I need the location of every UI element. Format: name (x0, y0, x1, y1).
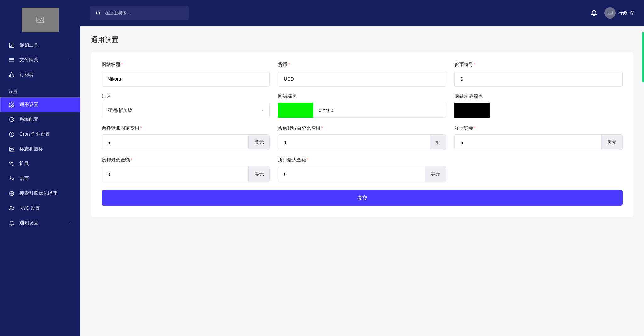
gear-icon (9, 102, 14, 108)
chevron-down-icon (630, 11, 635, 15)
settings-icon (9, 117, 14, 122)
svg-point-16 (631, 11, 634, 15)
language-icon (9, 176, 14, 182)
input-currency[interactable] (278, 71, 446, 87)
field-currency-symbol: 货币符号* (454, 62, 623, 87)
svg-point-14 (96, 11, 100, 14)
sidebar-section-label: 设置 (0, 82, 80, 97)
topbar: 行政 (80, 0, 644, 26)
svg-point-9 (10, 148, 11, 149)
sidebar-item-label: 系统配置 (19, 116, 38, 122)
sidebar: 促销工具 支付网关 订阅者 设置 通用设置 (0, 0, 80, 336)
field-stake-max: 质押最大金额* 美元 (278, 157, 446, 182)
input-site-title[interactable] (102, 71, 270, 87)
submit-button[interactable]: 提交 (102, 190, 623, 206)
sidebar-item-label: 搜索引擎优化经理 (19, 190, 57, 196)
field-site-title: 网站标题* (102, 62, 270, 87)
field-percent-fee: 余额转账百分比费用* % (278, 125, 446, 150)
sidebar-item-label: 支付网关 (19, 57, 38, 63)
field-signup-bonus: 注册奖金* 美元 (454, 125, 623, 150)
svg-point-5 (9, 117, 14, 122)
sidebar-item-label: 促销工具 (19, 42, 38, 48)
input-signup-bonus[interactable] (454, 134, 602, 150)
svg-point-6 (11, 119, 13, 120)
sidebar-item-seo[interactable]: 搜索引擎优化经理 (0, 186, 80, 201)
input-fixed-fee[interactable] (102, 134, 249, 150)
input-percent-fee[interactable] (278, 134, 430, 150)
logo (22, 8, 59, 32)
svg-point-1 (41, 18, 42, 19)
main: 行政 通用设置 网站标题* 货币* 货 (80, 0, 644, 336)
sidebar-item-label: 标志和图标 (19, 146, 43, 152)
svg-rect-3 (9, 58, 14, 62)
input-base-color[interactable] (313, 103, 446, 118)
sidebar-item-notif[interactable]: 通知设置 (0, 216, 80, 230)
swatch-secondary-color[interactable] (454, 103, 490, 118)
image-icon (9, 146, 14, 152)
sidebar-item-lang[interactable]: 语言 (0, 171, 80, 186)
avatar-placeholder-icon (608, 11, 613, 15)
sidebar-item-label: 订阅者 (19, 72, 34, 78)
chevron-down-icon (68, 220, 71, 226)
addon-fixed-fee: 美元 (249, 134, 270, 150)
addon-stake-min: 美元 (249, 166, 270, 182)
sidebar-item-label: 扩展 (19, 161, 29, 167)
label-percent-fee: 余额转账百分比费用* (278, 125, 446, 131)
svg-point-4 (11, 104, 13, 105)
sidebar-item-label: 语言 (19, 176, 29, 182)
page-title: 通用设置 (91, 35, 633, 45)
search-input[interactable] (105, 10, 183, 15)
field-currency: 货币* (278, 62, 446, 87)
sidebar-item-label: KYC 设置 (19, 205, 40, 211)
svg-point-11 (12, 165, 14, 166)
addon-percent-fee: % (430, 134, 446, 150)
addon-signup-bonus: 美元 (602, 134, 623, 150)
input-stake-min[interactable] (102, 166, 249, 182)
field-base-color: 网站基色 (278, 93, 446, 118)
search-icon (95, 10, 101, 16)
sidebar-item-cron[interactable]: Cron 作业设置 (0, 127, 80, 142)
svg-point-13 (10, 206, 12, 208)
content: 通用设置 网站标题* 货币* 货币符号* (80, 26, 644, 336)
label-signup-bonus: 注册奖金* (454, 125, 623, 131)
sidebar-item-subscribers[interactable]: 订阅者 (0, 67, 80, 82)
user-menu[interactable]: 行政 (604, 7, 635, 19)
field-secondary-color: 网站次要颜色 (454, 93, 623, 118)
settings-card: 网站标题* 货币* 货币符号* 时区 (91, 52, 633, 217)
field-timezone: 时区 (102, 93, 270, 118)
label-site-title: 网站标题* (102, 62, 270, 68)
chart-icon (9, 42, 14, 48)
addon-stake-max: 美元 (425, 166, 446, 182)
svg-point-10 (9, 162, 11, 163)
sidebar-item-label: 通用设置 (19, 102, 38, 108)
bell-icon (9, 220, 14, 226)
sidebar-item-system[interactable]: 系统配置 (0, 112, 80, 127)
label-currency: 货币* (278, 62, 446, 68)
field-empty (454, 157, 623, 182)
sidebar-item-promo[interactable]: 促销工具 (0, 38, 80, 53)
sidebar-item-logo[interactable]: 标志和图标 (0, 142, 80, 156)
input-stake-max[interactable] (278, 166, 425, 182)
chevron-down-icon (68, 57, 71, 63)
user-label: 行政 (618, 10, 628, 16)
input-currency-symbol[interactable] (454, 71, 623, 87)
svg-rect-0 (37, 17, 44, 23)
label-base-color: 网站基色 (278, 93, 446, 99)
svg-rect-15 (608, 11, 613, 15)
sidebar-item-general[interactable]: 通用设置 (0, 97, 80, 112)
image-placeholder-icon (36, 17, 44, 23)
sidebar-item-label: 通知设置 (19, 220, 38, 226)
scroll-indicator (642, 32, 644, 82)
sidebar-item-gateway[interactable]: 支付网关 (0, 53, 80, 67)
label-secondary-color: 网站次要颜色 (454, 93, 623, 99)
label-currency-symbol: 货币符号* (454, 62, 623, 68)
search-box[interactable] (90, 6, 189, 20)
sidebar-item-kyc[interactable]: KYC 设置 (0, 201, 80, 216)
sidebar-item-label: Cron 作业设置 (19, 131, 50, 137)
label-stake-max: 质押最大金额* (278, 157, 446, 163)
globe-icon (9, 191, 14, 196)
notifications-button[interactable] (591, 9, 597, 17)
sidebar-item-ext[interactable]: 扩展 (0, 156, 80, 171)
select-timezone[interactable] (102, 103, 270, 118)
swatch-base-color[interactable] (278, 103, 313, 118)
